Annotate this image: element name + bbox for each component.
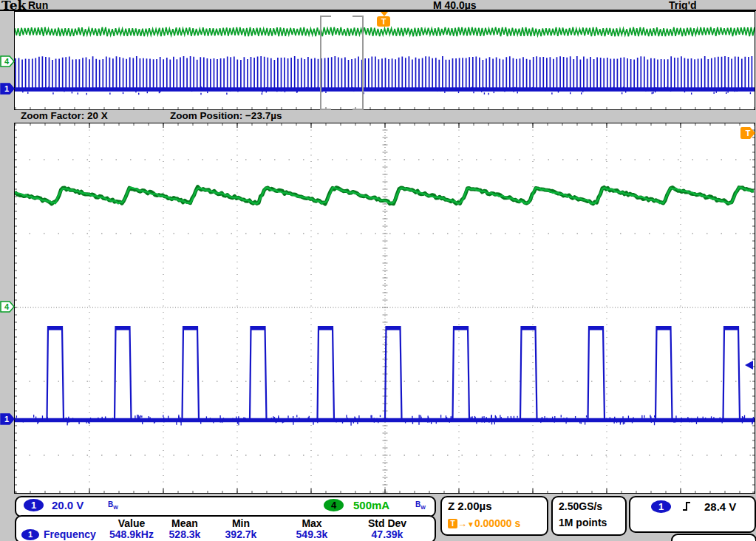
trigger-t-flag-icon: T (377, 16, 390, 27)
record-length-readout: 1M points (559, 517, 607, 528)
horizontal-readout-box[interactable]: Z 2.00µs T→▼0.00000 s (440, 496, 548, 536)
meas-value: 548.9kHz (109, 528, 154, 540)
meas-name: Frequency (44, 528, 96, 540)
zoom-factor-readout: Zoom Factor: 20 X (21, 110, 108, 121)
delay-t-icon: T (448, 519, 457, 528)
trigger-level-readout: 28.4 V (704, 500, 736, 513)
trigger-level-arrow-icon[interactable] (745, 361, 753, 370)
trigger-source-badge: 1 (651, 500, 671, 513)
meas-col-value: Value (118, 517, 146, 529)
meas-max: 549.3k (296, 528, 328, 540)
zoom-timebase-readout: Z 2.00µs (448, 500, 492, 512)
ch4-bandwidth-limit-icon: BW (415, 500, 426, 510)
ch1-scale-readout[interactable]: 20.0 V (52, 499, 84, 511)
ch1-bandwidth-limit-icon: BW (108, 500, 118, 510)
trigger-readout-box[interactable]: 1 28.4 V (629, 496, 756, 533)
zoom-position-readout: Zoom Position: −23.7µs (170, 110, 282, 121)
meas-channel-badge: 1 (21, 529, 39, 540)
ch4-scale-readout[interactable]: 500mA (353, 499, 389, 511)
svg-text:4: 4 (4, 57, 10, 66)
meas-col-mean: Mean (171, 517, 198, 529)
svg-text:1: 1 (4, 84, 9, 93)
svg-text:4: 4 (4, 302, 10, 311)
rising-edge-slope-icon (681, 500, 692, 512)
graticule (15, 123, 755, 493)
zoom-window-bracket-left[interactable] (320, 16, 331, 110)
acquisition-readout-box[interactable]: 2.50GS/s 1M points (551, 496, 627, 536)
meas-stddev: 47.39k (372, 528, 403, 540)
sample-rate-readout: 2.50GS/s (559, 500, 602, 512)
svg-text:1: 1 (4, 415, 9, 423)
zoom-window-bracket-right[interactable] (353, 16, 364, 110)
trigger-delay-readout: T→▼0.00000 s (448, 517, 520, 530)
channel-scale-readout-box[interactable]: 1 20.0 V BW 4 500mA BW (15, 496, 436, 517)
meas-mean: 528.3k (169, 528, 201, 540)
delay-marker-icon: ▼ (467, 520, 474, 528)
measurement-table[interactable]: Value Mean Min Max Std Dev 1 Frequency 5… (15, 515, 436, 541)
ch4-badge[interactable]: 4 (324, 499, 344, 511)
main-ch1-position-marker[interactable]: 1 (0, 413, 15, 425)
trigger-position-marker-overview[interactable]: T (377, 12, 391, 27)
zoomed-traces (15, 123, 755, 493)
meas-min: 392.7k (225, 528, 257, 540)
zoomed-waveform-panel (14, 123, 755, 494)
clipped-bottom-right-box (671, 534, 756, 541)
meas-col-stddev: Std Dev (368, 517, 406, 529)
meas-col-min: Min (232, 517, 250, 529)
overview-ch1-position-marker[interactable]: 1 (0, 83, 15, 95)
main-ch4-position-marker[interactable]: 4 (0, 301, 15, 313)
overview-ch4-position-marker[interactable]: 4 (0, 55, 15, 67)
delay-arrow-icon: → (457, 518, 467, 529)
delay-value: 0.00000 s (474, 517, 520, 529)
meas-col-max: Max (302, 517, 321, 529)
oscilloscope-screen: Tek Run M 40.0µs Trig'd 4 1 T Zoom Facto… (0, 0, 756, 541)
ch1-badge[interactable]: 1 (24, 499, 44, 511)
